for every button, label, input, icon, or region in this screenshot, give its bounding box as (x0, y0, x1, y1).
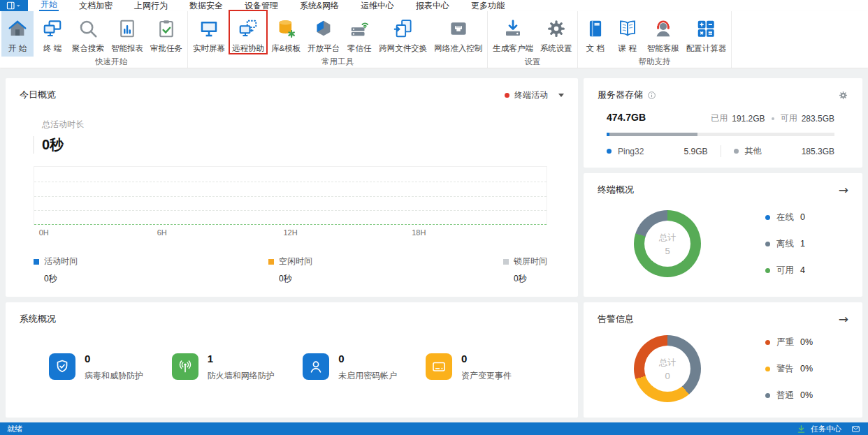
asset-card-icon (426, 353, 452, 380)
chart-x-axis: 0H 6H 12H 18H (34, 228, 547, 239)
filter-dot (505, 93, 509, 98)
info-icon[interactable] (647, 91, 656, 100)
statusbar: 就绪 任务中心 (0, 422, 868, 435)
ribbon-item-label: 智能报表 (111, 43, 143, 54)
gear-icon[interactable] (838, 90, 848, 101)
x-tick: 18H (412, 228, 426, 237)
tab-more[interactable]: 更多功能 (470, 1, 506, 11)
legend-marker (34, 259, 39, 265)
ribbon-item-library-template[interactable]: 库&模板 (268, 11, 304, 57)
panel-server-storage: 服务器存储 (584, 78, 862, 168)
storage-usage-row: 474.7GB 已用191.2GB 可用283.5GB (607, 112, 834, 124)
x-tick: 0H (39, 228, 49, 237)
ribbon-item-smart-service[interactable]: 智能客服 (644, 11, 683, 57)
document-icon (585, 16, 606, 41)
mail-icon[interactable] (851, 425, 861, 434)
legend-item-normal: 普通 0% (765, 390, 813, 401)
legend-dot (607, 149, 612, 154)
system-settings-icon (546, 16, 567, 41)
ribbon-item-remote-assist[interactable]: 远程协助 (229, 11, 268, 57)
legend-item-ping32: Ping32 5.9GB (607, 147, 708, 156)
activity-timeline-chart (34, 166, 547, 225)
chart-baseline (34, 224, 547, 225)
tab-start[interactable]: 开始 (39, 0, 59, 11)
tab-system-network[interactable]: 系统&网络 (298, 1, 340, 11)
stat-firewall-network[interactable]: 1 防火墙和网络防护 (172, 353, 275, 382)
total-activity-metric: 总活动时长 0秒 (42, 119, 547, 154)
stat-asset-change[interactable]: 0 资产变更事件 (426, 353, 512, 382)
ribbon-item-document[interactable]: 文 档 (579, 11, 612, 57)
live-screen-icon (198, 16, 219, 41)
ribbon-group-label: 常用工具 (189, 57, 486, 68)
ribbon-item-label: 零信任 (347, 43, 372, 54)
panel-title: 今日概览 (20, 89, 56, 101)
x-tick: 6H (157, 228, 167, 237)
filter-label: 终端活动 (514, 89, 548, 101)
terminal-icon (42, 16, 63, 41)
ribbon-item-course[interactable]: 课 程 (612, 11, 644, 57)
tab-ops-center[interactable]: 运维中心 (359, 1, 396, 11)
tab-device-mgmt[interactable]: 设备管理 (243, 1, 280, 11)
zero-trust-icon (349, 16, 370, 41)
x-tick: 12H (283, 228, 297, 237)
ribbon-item-live-screen[interactable]: 实时屏幕 (189, 11, 229, 57)
smart-service-icon (653, 16, 674, 41)
terminal-donut-chart: 总计 5 (634, 210, 701, 277)
ribbon-group-label: 快速开始 (36, 57, 186, 68)
legend-dot (734, 149, 739, 154)
arrow-right-icon[interactable]: → (839, 184, 848, 196)
titlebar: 开始 文档加密 上网行为 数据安全 设备管理 系统&网络 运维中心 报表中心 更… (0, 0, 868, 11)
ribbon-item-generate-client[interactable]: 生成客户端 (489, 11, 537, 57)
chevron-down-icon (558, 94, 564, 97)
legend-item-active-time: 活动时间 0秒 (34, 256, 78, 285)
ribbon-group-start: 开 始 (0, 11, 35, 68)
tab-data-security[interactable]: 数据安全 (188, 1, 224, 11)
legend-dot (765, 268, 770, 273)
legend-item-available: 可用 4 (765, 265, 805, 277)
legend-dot (765, 340, 770, 345)
ribbon-group-label: 帮助支持 (579, 57, 730, 68)
ribbon-item-system-settings[interactable]: 系统设置 (537, 11, 576, 57)
ribbon-item-approval-task[interactable]: 审批任务 (147, 11, 186, 57)
ribbon-item-file-exchange[interactable]: 跨网文件交换 (375, 11, 431, 57)
stat-no-password-account[interactable]: 0 未启用密码帐户 (303, 353, 397, 382)
dot-separator (772, 117, 774, 120)
ribbon-item-config-calculator[interactable]: 配置计算器 (683, 11, 730, 57)
arrow-right-icon[interactable]: → (839, 314, 848, 325)
ribbon-item-open-platform[interactable]: 开放平台 (304, 11, 343, 57)
ribbon-item-start[interactable]: 开 始 (1, 11, 34, 57)
storage-progress-bar (607, 133, 834, 136)
legend-item-idle-time: 空闲时间 0秒 (268, 256, 312, 285)
ribbon-item-label: 开放平台 (308, 43, 340, 54)
ribbon-item-network-access[interactable]: 网络准入控制 (431, 11, 486, 57)
tab-web-behavior[interactable]: 上网行为 (133, 1, 169, 11)
stat-virus-threat[interactable]: 0 病毒和威胁防护 (49, 353, 143, 382)
ribbon-item-zero-trust[interactable]: 零信任 (343, 11, 375, 57)
panel-today-overview: 今日概览 终端活动 总活动时长 0秒 0H 6H (6, 78, 578, 297)
ribbon: 开 始 终 端 (0, 11, 868, 68)
search-icon (78, 16, 99, 41)
ribbon-group-label (1, 57, 34, 68)
app-menu-button[interactable] (0, 0, 28, 11)
storage-total: 474.7GB (607, 112, 646, 123)
ribbon-item-label: 开 始 (8, 43, 27, 54)
ribbon-item-label: 配置计算器 (686, 43, 727, 54)
ribbon-item-aggregate-search[interactable]: 聚合搜索 (68, 11, 108, 57)
open-platform-icon (313, 16, 334, 41)
task-center-control[interactable]: 任务中心 (797, 424, 861, 434)
status-ready-text: 就绪 (7, 424, 22, 434)
tab-report-center[interactable]: 报表中心 (414, 1, 451, 11)
panel-alert-info: 告警信息 → 总计 0 严重 0% (584, 302, 862, 418)
smart-report-icon (117, 16, 138, 41)
generate-client-icon (502, 16, 523, 41)
ribbon-item-terminal[interactable]: 终 端 (36, 11, 68, 57)
legend-item-warning: 警告 0% (765, 363, 813, 375)
terminal-legend: 在线 0 离线 1 可用 4 (765, 212, 805, 277)
tab-doc-encrypt[interactable]: 文档加密 (78, 1, 114, 11)
ribbon-item-smart-report[interactable]: 智能报表 (108, 11, 147, 57)
terminal-activity-filter[interactable]: 终端活动 (505, 89, 564, 101)
ribbon-item-label: 终 端 (43, 43, 62, 54)
legend-dot (765, 393, 770, 398)
shield-check-icon (49, 353, 75, 380)
ribbon-item-label: 网络准入控制 (434, 43, 482, 54)
